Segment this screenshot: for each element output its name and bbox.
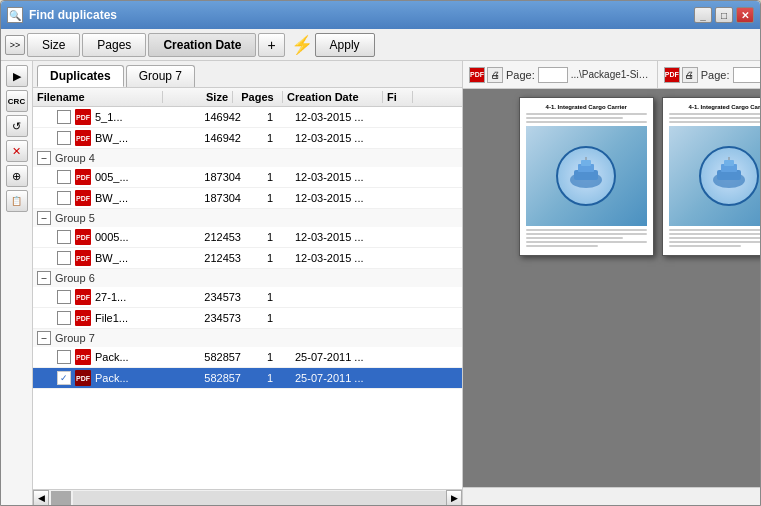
sidebar-play-button[interactable]: ▶ [6,65,28,87]
scroll-right-button[interactable]: ▶ [446,490,462,506]
tab-size[interactable]: Size [27,33,80,57]
pdf-icon: PDF [75,250,91,266]
table-row-selected[interactable]: ✓ PDF Pack... 582857 1 25-07-2011 ... [33,368,462,389]
tab-creation-date[interactable]: Creation Date [148,33,256,57]
cell-size: 234573 [175,291,245,303]
tab-pages[interactable]: Pages [82,33,146,57]
group-label: Group 6 [55,272,95,284]
row-checkbox[interactable] [57,191,71,205]
col-pages: Pages [233,91,283,103]
group-row: – Group 4 [33,149,462,167]
table-row[interactable]: PDF 0005... 212453 1 12-03-2015 ... [33,227,462,248]
table-row[interactable]: PDF BW_... 187304 1 12-03-2015 ... [33,188,462,209]
preview-pdf-icon-left[interactable]: PDF [469,67,485,83]
pdf-icon: PDF [75,370,91,386]
preview-left-file: PDF 🖨 Page: ...\Package1-SizeSort.pdf [463,61,658,88]
preview-text-bottom-right [669,229,760,247]
group-expander[interactable]: – [37,151,51,165]
apply-button[interactable]: Apply [315,33,375,57]
preview-text-right [669,113,760,123]
pdf-icon: PDF [75,310,91,326]
svg-rect-8 [724,160,734,166]
table-row[interactable]: PDF Pack... 582857 1 25-07-2011 ... [33,347,462,368]
table-row[interactable]: PDF 5_1... 146942 1 12-03-2015 ... [33,107,462,128]
row-checkbox[interactable] [57,110,71,124]
row-checkbox[interactable] [57,230,71,244]
row-checkbox[interactable] [57,290,71,304]
cell-creation: 12-03-2015 ... [295,111,395,123]
scroll-left-button[interactable]: ◀ [33,490,49,506]
cell-filename: Pack... [95,351,175,363]
preview-print-icon-left[interactable]: 🖨 [487,67,503,83]
preview-image-left [526,126,647,226]
cell-creation: 12-03-2015 ... [295,231,395,243]
nav-forward-button[interactable]: >> [5,35,25,55]
table-row[interactable]: PDF File1... 234573 1 [33,308,462,329]
cell-pages: 1 [245,231,295,243]
preview-pdf-icon-right[interactable]: PDF [664,67,680,83]
table-row[interactable]: PDF 27-1... 234573 1 [33,287,462,308]
cell-size: 146942 [175,111,245,123]
ship-circle-left [556,146,616,206]
table-row[interactable]: PDF 005_... 187304 1 12-03-2015 ... [33,167,462,188]
row-checkbox[interactable]: ✓ [57,371,71,385]
col-creation: Creation Date [283,91,383,103]
table-row[interactable]: PDF BW_... 212453 1 12-03-2015 ... [33,248,462,269]
table-row[interactable]: PDF BW_... 146942 1 12-03-2015 ... [33,128,462,149]
cell-pages: 1 [245,372,295,384]
row-checkbox[interactable] [57,350,71,364]
row-checkbox[interactable] [57,311,71,325]
cell-filename: BW_... [95,252,175,264]
row-checkbox[interactable] [57,251,71,265]
minimize-button[interactable]: _ [694,7,712,23]
lightning-icon: ⚡ [291,34,313,56]
maximize-button[interactable]: □ [715,7,733,23]
row-checkbox[interactable] [57,131,71,145]
content-area: ▶ CRC ↺ ✕ ⊕ 📋 Duplicates Group 7 Filenam… [1,61,760,505]
sidebar-clipboard-button[interactable]: 📋 [6,190,28,212]
preview-icons-right: PDF 🖨 [664,67,698,83]
sidebar-crc-button[interactable]: CRC [6,90,28,112]
cell-pages: 1 [245,291,295,303]
cell-filename: 0005... [95,231,175,243]
tab-duplicates[interactable]: Duplicates [37,65,124,87]
group-row: – Group 6 [33,269,462,287]
pdf-icon: PDF [75,289,91,305]
close-button[interactable]: ✕ [736,7,754,23]
file-table: Filename Size Pages Creation Date Fi PDF… [33,87,462,489]
tab-group7[interactable]: Group 7 [126,65,195,87]
cell-filename: 5_1... [95,111,175,123]
scroll-track[interactable] [73,491,446,505]
pdf-icon: PDF [75,109,91,125]
preview-content: 4-1. Integrated Cargo Carrier [463,89,760,487]
group-expander[interactable]: – [37,271,51,285]
sidebar-refresh-button[interactable]: ↺ [6,115,28,137]
row-checkbox[interactable] [57,170,71,184]
preview-title-left: 4-1. Integrated Cargo Carrier [526,104,647,110]
group-row: – Group 5 [33,209,462,227]
group-expander[interactable]: – [37,331,51,345]
pdf-icon: PDF [75,130,91,146]
group-expander[interactable]: – [37,211,51,225]
svg-rect-3 [581,160,591,166]
preview-title-right: 4-1. Integrated Cargo Carrier [669,104,760,110]
sidebar-add-button[interactable]: ⊕ [6,165,28,187]
col-fi: Fi [383,91,413,103]
sidebar-delete-button[interactable]: ✕ [6,140,28,162]
cell-creation: 25-07-2011 ... [295,372,395,384]
preview-page-input-right[interactable] [733,67,761,83]
tab-add-button[interactable]: + [258,33,284,57]
preview-page-input-left[interactable] [538,67,568,83]
horizontal-scrollbar: ◀ ▶ [33,489,462,505]
left-sidebar: ▶ CRC ↺ ✕ ⊕ 📋 [1,61,33,505]
pdf-icon: PDF [75,229,91,245]
cell-filename: File1... [95,312,175,324]
title-bar: 🔍 Find duplicates _ □ ✕ [1,1,760,29]
cell-filename: 27-1... [95,291,175,303]
cell-pages: 1 [245,192,295,204]
cell-size: 212453 [175,252,245,264]
group-label: Group 5 [55,212,95,224]
preview-icons: PDF 🖨 [469,67,503,83]
preview-print-icon-right[interactable]: 🖨 [682,67,698,83]
preview-page-label-right: Page: [701,69,730,81]
